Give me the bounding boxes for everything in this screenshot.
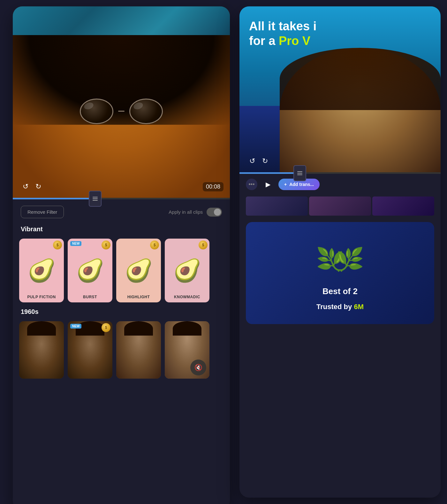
filter-card-1960s-2[interactable]: NEW $: [68, 321, 112, 379]
more-options-button[interactable]: •••: [246, 179, 257, 190]
video-background: [13, 6, 230, 198]
highlight-emoji: 🥑: [125, 259, 153, 282]
add-icon: +: [284, 182, 287, 187]
right-timeline-bar[interactable]: [239, 172, 441, 174]
filter-name-burst: BURST: [68, 295, 112, 299]
add-transition-label: Add trans...: [289, 182, 314, 187]
lens-bridge: [118, 111, 124, 112]
sunglasses: [80, 97, 163, 126]
photo-woman-3: [116, 321, 161, 379]
video-controls-right: ↺ ↻: [239, 155, 441, 167]
thumb-1[interactable]: [246, 196, 308, 216]
play-button[interactable]: ▶: [262, 179, 274, 190]
right-controls-row: ••• ▶ + Add trans...: [239, 174, 441, 195]
vibrant-filter-grid: 🥑 $ PULP FICTION 🥑 NEW $ BURST 🥑 $ HIGHL…: [13, 235, 230, 306]
photo-woman-1: [19, 321, 64, 379]
promo-line-1: All it takes i: [249, 19, 316, 34]
thumbnail-strip: [239, 195, 441, 217]
filter-card-burst[interactable]: 🥑 NEW $ BURST: [68, 239, 112, 302]
thumb-3[interactable]: [372, 196, 434, 216]
more-icon: •••: [249, 181, 255, 188]
apply-all-toggle[interactable]: [207, 208, 222, 217]
redo-button[interactable]: ↻: [32, 180, 45, 193]
laurel-wreath: 🌿 🌿: [316, 235, 364, 283]
handle-line-1: [93, 197, 98, 197]
filter-card-pulp-fiction[interactable]: 🥑 $ PULP FICTION: [19, 239, 64, 302]
handle-line-2: [93, 198, 98, 199]
knowmadic-emoji: 🥑: [173, 259, 201, 282]
coin-badge-pulp-fiction: $: [53, 241, 62, 249]
right-timeline-handle[interactable]: [293, 165, 306, 181]
woman-face: [13, 35, 230, 198]
mute-icon: 🔇: [194, 364, 202, 371]
right-timeline-progress: [239, 172, 300, 174]
right-woman: [280, 48, 441, 172]
laurel-right-icon: 🌿: [336, 246, 364, 272]
filter-card-1960s-3[interactable]: [116, 321, 161, 379]
promo-text-overlay: All it takes i for a Pro V: [249, 19, 316, 48]
photo-bg-3: [116, 321, 161, 379]
coin-badge-knowmadic: $: [199, 241, 208, 249]
burst-emoji: 🥑: [76, 259, 104, 282]
promo-line-2: for a Pro V: [249, 34, 316, 48]
right-promo-bg: All it takes i for a Pro V: [239, 6, 441, 172]
right-panel: All it takes i for a Pro V ↺ ↻: [230, 0, 447, 504]
filter-card-1960s-1[interactable]: [19, 321, 64, 379]
new-badge-1960s-2: NEW: [70, 324, 81, 329]
toggle-knob: [214, 209, 221, 216]
left-app-panel: ↺ ↻ 00:08 Remove Filter Apply in all cli…: [13, 6, 230, 504]
1960s-filter-grid: NEW $ 🔇: [13, 318, 230, 382]
right-woman-hair: [280, 48, 441, 110]
video-controls-left: ↺ ↻ 00:08: [13, 180, 230, 193]
photo-hat-3: [124, 321, 153, 336]
thumb-2[interactable]: [309, 196, 371, 216]
trusted-label: Trusted by 6M: [316, 303, 364, 311]
coin-badge-highlight: $: [150, 241, 159, 249]
right-handle-line-2: [297, 173, 302, 174]
timeline-handle[interactable]: [89, 191, 102, 207]
mute-button[interactable]: 🔇: [190, 359, 206, 375]
right-app-screen: All it takes i for a Pro V ↺ ↻: [239, 6, 441, 498]
timestamp-display: 00:08: [203, 182, 224, 191]
photo-hat-4: [173, 321, 201, 336]
timeline-bar[interactable]: [13, 198, 230, 199]
1960s-section-label: 1960s: [13, 306, 230, 318]
pulp-fiction-emoji: 🥑: [28, 259, 56, 282]
coin-badge-1960s-2: $: [102, 323, 110, 332]
filter-name-pulp-fiction: PULP FICTION: [19, 295, 64, 299]
filter-controls: Remove Filter Apply in all clips: [13, 199, 230, 223]
apply-all-label: Apply in all clips: [169, 209, 203, 215]
filter-card-1960s-4[interactable]: 🔇: [165, 321, 209, 379]
trusted-count: 6M: [354, 303, 364, 311]
right-redo-button[interactable]: ↻: [259, 155, 271, 167]
promo-highlight: Pro V: [279, 34, 310, 48]
right-handle-line-1: [297, 171, 302, 172]
video-preview-right: All it takes i for a Pro V ↺ ↻: [239, 6, 441, 172]
award-promo-card: 🌿 🌿 Best of 2 Trusted by 6M: [246, 222, 434, 324]
promo-line-2-text: for a: [249, 34, 279, 48]
photo-bg-1: [19, 321, 64, 379]
lens-left: [80, 99, 113, 124]
undo-button[interactable]: ↺: [19, 180, 32, 193]
filter-card-knowmadic[interactable]: 🥑 $ KNOWMADIC: [165, 239, 209, 302]
handle-line-3: [93, 200, 98, 201]
filter-name-highlight: HIGHLIGHT: [116, 295, 161, 299]
photo-hat-1: [27, 321, 56, 336]
best-of-label: Best of 2: [322, 286, 358, 296]
apply-all-control: Apply in all clips: [169, 208, 222, 217]
remove-filter-button[interactable]: Remove Filter: [21, 206, 64, 218]
right-handle-line-3: [297, 174, 302, 175]
lens-right: [129, 99, 163, 124]
timeline-progress: [13, 198, 95, 199]
coin-badge-burst: $: [102, 241, 110, 249]
filter-name-knowmadic: KNOWMADIC: [165, 295, 209, 299]
video-preview-left: ↺ ↻ 00:08: [13, 6, 230, 198]
new-badge-burst: NEW: [70, 241, 81, 246]
trusted-prefix: Trusted by: [316, 303, 352, 311]
vibrant-section-label: Vibrant: [13, 223, 230, 235]
right-undo-button[interactable]: ↺: [246, 155, 259, 167]
filter-card-highlight[interactable]: 🥑 $ HIGHLIGHT: [116, 239, 161, 302]
play-icon: ▶: [266, 181, 270, 188]
